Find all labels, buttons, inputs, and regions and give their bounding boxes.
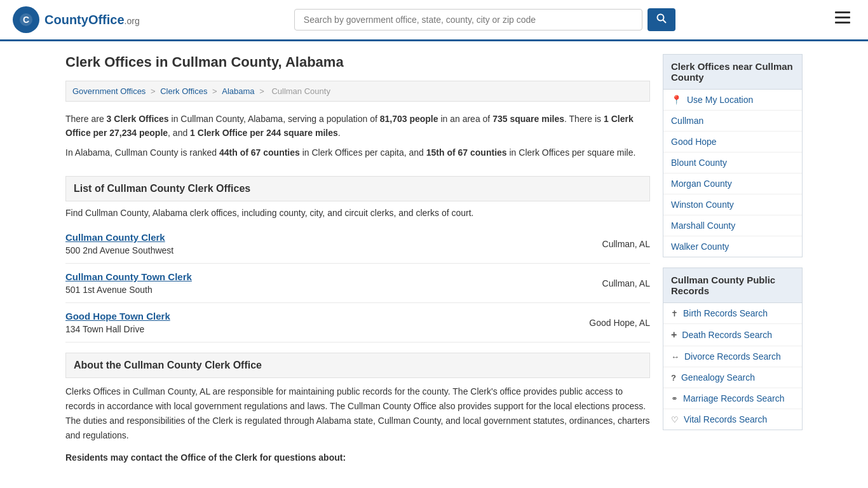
area: 735 square miles — [492, 114, 564, 124]
rank-sqmi: 15th of 67 counties — [426, 147, 507, 158]
vital-icon: ♡ — [671, 415, 679, 424]
sidebar-item-blount-county[interactable]: Blount County — [663, 152, 802, 173]
search-input[interactable] — [294, 9, 642, 30]
death-icon: + — [671, 329, 677, 341]
nearby-title: Clerk Offices near Cullman County — [663, 54, 803, 90]
clerk-name-1[interactable]: Cullman County Clerk — [65, 232, 173, 243]
per-sqmi: 1 Clerk Office per 244 square miles — [190, 128, 338, 138]
marriage-records-label: Marriage Records Search — [683, 393, 785, 403]
clerk-address-1: 500 2nd Avenue Southwest — [65, 245, 173, 255]
birth-icon: ✝ — [671, 309, 678, 318]
public-record-birth[interactable]: ✝ Birth Records Search — [663, 303, 802, 324]
svg-rect-7 — [835, 22, 850, 24]
clerk-list-header: List of Cullman County Clerk Offices — [65, 176, 650, 201]
clerk-address-2: 501 1st Avenue South — [65, 285, 153, 295]
public-records-box: ✝ Birth Records Search + Death Records S… — [663, 303, 803, 430]
search-button[interactable] — [648, 8, 675, 31]
breadcrumb-alabama[interactable]: Alabama — [222, 86, 254, 96]
birth-records-label: Birth Records Search — [683, 308, 768, 318]
logo-area: C CountyOffice.org — [13, 6, 140, 33]
site-header: C CountyOffice.org — [0, 0, 868, 41]
clerk-city-1: Cullman, AL — [602, 239, 650, 249]
clerk-count: 3 Clerk Offices — [107, 114, 169, 124]
population: 81,703 people — [380, 114, 438, 124]
svg-line-4 — [663, 20, 666, 24]
info-line-2: In Alabama, Cullman County is ranked 44t… — [65, 146, 650, 159]
sidebar-item-morgan-county[interactable]: Morgan County — [663, 173, 802, 194]
svg-text:C: C — [23, 15, 29, 25]
genealogy-label: Genealogy Search — [681, 372, 755, 383]
sidebar-item-cullman[interactable]: Cullman — [663, 111, 802, 132]
svg-rect-6 — [835, 17, 850, 18]
clerk-name-2[interactable]: Cullman County Town Clerk — [65, 271, 192, 282]
sidebar-item-walker-county[interactable]: Walker County — [663, 236, 802, 257]
about-question: Residents may contact the Office of the … — [65, 452, 650, 463]
sidebar-good-hope-label: Good Hope — [671, 137, 717, 147]
public-record-divorce[interactable]: ↔ Divorce Records Search — [663, 346, 802, 367]
breadcrumb-sep-3: > — [259, 86, 266, 96]
main-container: Clerk Offices in Cullman County, Alabama… — [53, 41, 815, 475]
public-record-death[interactable]: + Death Records Search — [663, 324, 802, 346]
logo-icon: C — [13, 6, 39, 33]
sidebar-marshall-label: Marshall County — [671, 220, 735, 231]
logo-text: CountyOffice.org — [44, 13, 140, 27]
breadcrumb-current: Cullman County — [271, 86, 330, 96]
rank-capita: 44th of 67 counties — [219, 147, 300, 158]
clerk-entry-2: Cullman County Town Clerk 501 1st Avenue… — [65, 264, 650, 303]
location-pin-icon: 📍 — [671, 95, 682, 105]
breadcrumb-gov-offices[interactable]: Government Offices — [72, 86, 146, 96]
public-record-marriage[interactable]: ⚭ Marriage Records Search — [663, 388, 802, 409]
sidebar-winston-label: Winston County — [671, 200, 734, 210]
breadcrumb-clerk-offices[interactable]: Clerk Offices — [160, 86, 207, 96]
clerk-entry-1: Cullman County Clerk 500 2nd Avenue Sout… — [65, 224, 650, 264]
vital-records-label: Vital Records Search — [684, 414, 767, 424]
main-content: Clerk Offices in Cullman County, Alabama… — [65, 54, 650, 463]
nearby-box: 📍 Use My Location Cullman Good Hope Blou… — [663, 90, 803, 257]
public-record-vital[interactable]: ♡ Vital Records Search — [663, 409, 802, 430]
about-text: Clerks Offices in Cullman County, AL are… — [65, 384, 650, 443]
sidebar-morgan-label: Morgan County — [671, 179, 732, 189]
breadcrumb: Government Offices > Clerk Offices > Ala… — [65, 81, 650, 102]
breadcrumb-sep-2: > — [212, 86, 219, 96]
marriage-icon: ⚭ — [671, 394, 678, 403]
clerk-entry-3: Good Hope Town Clerk 134 Town Hall Drive… — [65, 303, 650, 342]
page-title: Clerk Offices in Cullman County, Alabama — [65, 54, 650, 71]
info-line-1: There are 3 Clerk Offices in Cullman Cou… — [65, 112, 650, 140]
clerk-city-3: Good Hope, AL — [589, 318, 650, 328]
public-records-title: Cullman County Public Records — [663, 268, 803, 303]
hamburger-menu-button[interactable] — [830, 9, 855, 30]
sidebar: Clerk Offices near Cullman County 📍 Use … — [663, 54, 803, 463]
death-records-label: Death Records Search — [682, 330, 772, 340]
sidebar-cullman-label: Cullman — [671, 116, 703, 126]
genealogy-icon: ? — [671, 373, 676, 383]
info-block: There are 3 Clerk Offices in Cullman Cou… — [65, 112, 650, 166]
breadcrumb-sep-1: > — [151, 86, 158, 96]
clerk-address-3: 134 Town Hall Drive — [65, 324, 144, 334]
svg-rect-5 — [835, 11, 850, 13]
sidebar-blount-label: Blount County — [671, 158, 727, 168]
about-header: About the Cullman County Clerk Office — [65, 353, 650, 378]
sidebar-item-good-hope[interactable]: Good Hope — [663, 132, 802, 152]
search-area — [294, 8, 675, 31]
clerk-city-2: Cullman, AL — [602, 278, 650, 288]
public-record-genealogy[interactable]: ? Genealogy Search — [663, 367, 802, 388]
clerk-name-3[interactable]: Good Hope Town Clerk — [65, 311, 170, 322]
divorce-icon: ↔ — [671, 352, 679, 362]
svg-point-3 — [657, 15, 663, 21]
clerk-list-description: Find Cullman County, Alabama clerk offic… — [65, 208, 650, 218]
sidebar-item-marshall-county[interactable]: Marshall County — [663, 215, 802, 236]
sidebar-use-my-location[interactable]: 📍 Use My Location — [663, 90, 802, 111]
divorce-records-label: Divorce Records Search — [684, 351, 781, 362]
sidebar-item-winston-county[interactable]: Winston County — [663, 194, 802, 215]
sidebar-walker-label: Walker County — [671, 241, 729, 252]
sidebar-location-label: Use My Location — [687, 95, 753, 105]
